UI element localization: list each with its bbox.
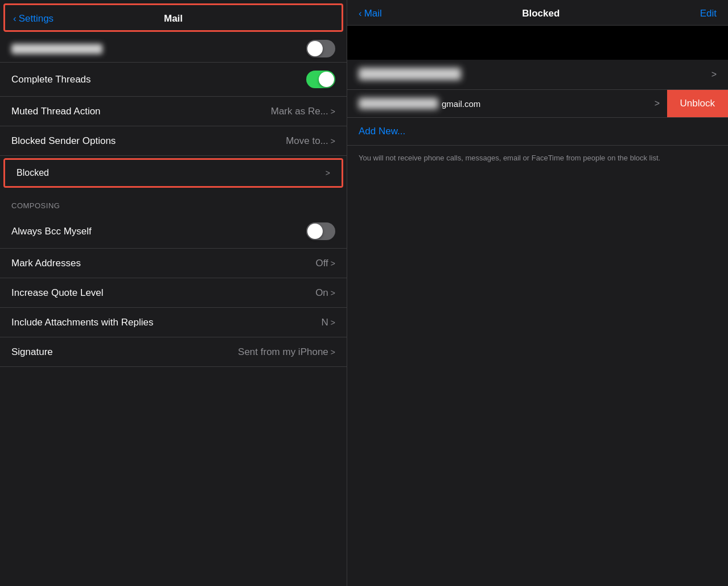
blocked-title: Blocked xyxy=(522,8,560,19)
chevron-right-icon: > xyxy=(331,107,335,116)
contact-1-name xyxy=(359,68,461,80)
increase-quote-value: On > xyxy=(315,287,335,299)
complete-threads-row: Complete Threads xyxy=(0,63,347,97)
chevron-right-icon: > xyxy=(326,168,330,178)
mark-addresses-row[interactable]: Mark Addresses Off > xyxy=(0,249,347,278)
settings-back-label: Settings xyxy=(19,13,54,24)
chevron-right-icon: > xyxy=(331,348,335,357)
settings-back-button[interactable]: ‹ Settings xyxy=(13,13,54,24)
chevron-right-icon: > xyxy=(711,69,717,80)
blocked-header: ‹ Mail Blocked Edit xyxy=(347,0,728,26)
blocked-sender-options-row[interactable]: Blocked Sender Options Move to... > xyxy=(0,126,347,156)
contact-1-info xyxy=(359,68,707,81)
blocked-contact-1[interactable]: > xyxy=(347,60,728,90)
include-attachments-label: Include Attachments with Replies xyxy=(11,317,153,328)
always-bcc-label: Always Bcc Myself xyxy=(11,226,92,237)
include-attachments-value: N > xyxy=(322,317,335,328)
contact-2-info: gmail.com xyxy=(359,98,650,109)
increase-quote-row[interactable]: Increase Quote Level On > xyxy=(0,278,347,308)
contact-2-email-suffix: gmail.com xyxy=(442,99,480,109)
page-title: Mail xyxy=(164,13,183,24)
composing-section-header: COMPOSING xyxy=(0,190,347,214)
add-new-link[interactable]: Add New... xyxy=(359,126,405,137)
muted-thread-action-label: Muted Thread Action xyxy=(11,106,101,117)
blocked-back-label: Mail xyxy=(364,8,382,19)
blocked-label: Blocked xyxy=(17,168,49,178)
blocked-contact-2[interactable]: gmail.com > Unblock xyxy=(347,90,728,118)
chevron-right-icon: > xyxy=(331,137,335,146)
chevron-right-icon: > xyxy=(331,259,335,268)
signature-row[interactable]: Signature Sent from my iPhone > xyxy=(0,337,347,367)
chevron-right-icon: > xyxy=(331,318,335,327)
include-attachments-row[interactable]: Include Attachments with Replies N > xyxy=(0,308,347,337)
blocked-sender-label: Blocked Sender Options xyxy=(11,135,116,147)
chevron-right-icon: > xyxy=(655,98,660,109)
blocked-list: > gmail.com > Unblock Add New... You wil… xyxy=(347,60,728,171)
right-panel: ‹ Mail Blocked Edit > gmail.com > Unb xyxy=(347,0,728,586)
blocked-row-highlighted[interactable]: Blocked > xyxy=(3,158,343,188)
partial-row xyxy=(0,35,347,63)
signature-label: Signature xyxy=(11,346,53,358)
chevron-left-icon: ‹ xyxy=(359,8,362,19)
contact-2-email-blur xyxy=(359,98,438,109)
mark-addresses-label: Mark Addresses xyxy=(11,258,81,269)
chevron-left-icon: ‹ xyxy=(13,13,17,24)
settings-list: Complete Threads Muted Thread Action Mar… xyxy=(0,35,347,586)
muted-thread-action-row[interactable]: Muted Thread Action Mark as Re... > xyxy=(0,97,347,126)
blocked-sender-value: Move to... > xyxy=(286,135,335,147)
contact-2-email-row: gmail.com xyxy=(359,98,650,109)
add-new-row[interactable]: Add New... xyxy=(347,118,728,146)
muted-thread-action-value: Mark as Re... > xyxy=(271,106,335,117)
mail-settings-header: ‹ Settings Mail xyxy=(3,3,343,32)
complete-threads-toggle[interactable] xyxy=(306,71,335,88)
blocked-description: You will not receive phone calls, messag… xyxy=(347,146,728,171)
edit-button[interactable]: Edit xyxy=(700,8,717,19)
always-bcc-row: Always Bcc Myself xyxy=(0,214,347,249)
complete-threads-label: Complete Threads xyxy=(11,74,91,85)
unblock-button[interactable]: Unblock xyxy=(669,92,726,115)
partial-label xyxy=(11,44,102,54)
chevron-right-icon: > xyxy=(331,288,335,298)
always-bcc-toggle[interactable] xyxy=(306,222,335,240)
blocked-back-button[interactable]: ‹ Mail xyxy=(359,8,382,19)
partial-toggle[interactable] xyxy=(306,40,335,57)
increase-quote-label: Increase Quote Level xyxy=(11,287,104,299)
signature-value: Sent from my iPhone > xyxy=(238,346,335,358)
mark-addresses-value: Off > xyxy=(315,258,335,269)
left-panel: ‹ Settings Mail Complete Threads Muted T… xyxy=(0,0,347,586)
top-spacer xyxy=(347,26,728,60)
unblock-container: Unblock xyxy=(667,90,728,117)
